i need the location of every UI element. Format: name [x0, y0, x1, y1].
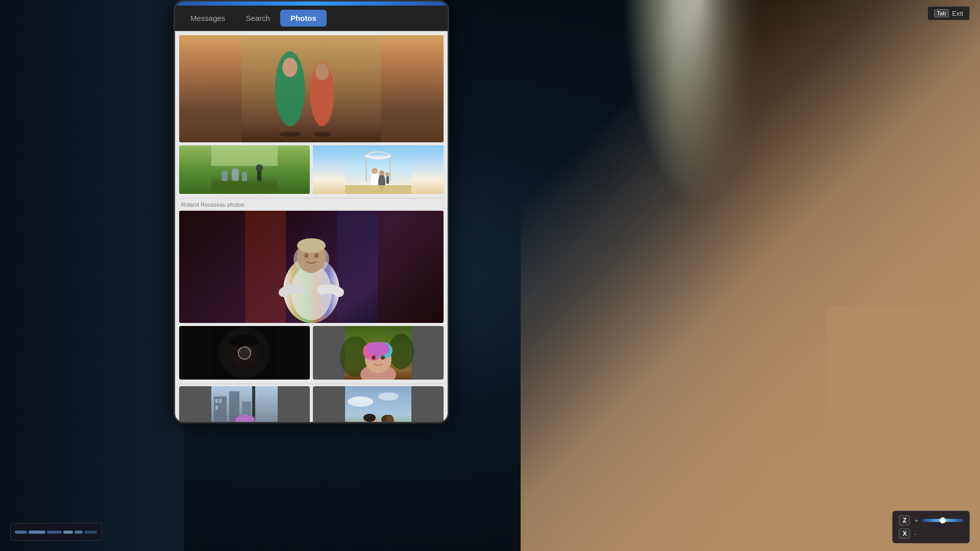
exit-button[interactable]: Tab Exit — [927, 6, 970, 20]
photos-grid-container[interactable]: Roland Rousseau photos — [175, 31, 448, 422]
svg-rect-16 — [365, 156, 367, 181]
svg-point-51 — [381, 356, 385, 360]
svg-rect-27 — [337, 211, 378, 323]
bottom-hud-bar — [10, 523, 102, 541]
photo-two-girls[interactable] — [179, 35, 444, 142]
svg-point-13 — [256, 164, 263, 171]
photo-group-1 — [179, 35, 444, 194]
svg-rect-10 — [232, 168, 239, 181]
svg-point-6 — [313, 132, 331, 137]
hand-overlay — [521, 0, 980, 551]
exit-key: Tab — [934, 9, 949, 17]
photo-dark-face[interactable] — [179, 326, 310, 380]
hud-symbol-plus: + — [914, 517, 918, 524]
svg-point-2 — [282, 58, 297, 77]
svg-point-52 — [366, 359, 373, 363]
svg-point-21 — [379, 170, 384, 176]
photo-row-4 — [179, 326, 444, 380]
exit-label: Exit — [952, 10, 963, 17]
group-label-2: Roland Rousseau photos — [179, 201, 444, 209]
hud-slider-track — [922, 519, 963, 522]
svg-point-53 — [384, 359, 390, 363]
svg-rect-14 — [211, 181, 278, 194]
hud-slider-handle — [940, 517, 946, 523]
room-left-wall — [0, 0, 184, 551]
loading-indicator — [238, 346, 251, 360]
bottom-right-hud: Z + X - — [892, 511, 970, 543]
tab-bar: Messages Search Photos — [175, 6, 448, 31]
group-separator-1 — [179, 198, 444, 198]
photo-city-girl[interactable] — [179, 386, 310, 422]
photo-group-2 — [179, 211, 444, 380]
photo-row-3 — [179, 211, 444, 323]
tablet-device: Messages Search Photos — [174, 0, 449, 423]
svg-point-23 — [385, 172, 389, 177]
svg-rect-9 — [222, 171, 228, 181]
svg-rect-11 — [242, 172, 247, 181]
tab-messages[interactable]: Messages — [180, 10, 235, 27]
hud-slider[interactable] — [922, 519, 963, 522]
svg-rect-58 — [215, 406, 218, 410]
svg-point-73 — [348, 396, 373, 407]
svg-point-5 — [279, 132, 301, 137]
svg-point-19 — [372, 168, 378, 174]
svg-point-32 — [297, 238, 326, 253]
svg-rect-57 — [219, 399, 222, 403]
tab-photos[interactable]: Photos — [280, 10, 327, 27]
photo-graveyard[interactable] — [179, 145, 310, 194]
svg-point-50 — [372, 356, 376, 360]
svg-rect-56 — [215, 399, 218, 403]
svg-point-74 — [378, 392, 399, 400]
photo-two-people-field[interactable] — [313, 386, 444, 422]
svg-rect-26 — [245, 211, 286, 323]
hud-key-x: X — [899, 529, 910, 539]
hud-key-z: Z — [899, 515, 910, 525]
photo-row-5 — [179, 386, 444, 422]
hud-bar-segments — [15, 531, 97, 534]
hud-symbol-minus: - — [914, 530, 916, 538]
photo-hoodie-man[interactable] — [179, 211, 444, 323]
hud-zoom-out-row: X - — [899, 529, 963, 539]
svg-point-4 — [315, 63, 329, 81]
svg-rect-22 — [386, 176, 389, 184]
svg-rect-8 — [211, 145, 278, 166]
svg-point-78 — [363, 414, 376, 422]
photo-row-2 — [179, 145, 444, 194]
svg-rect-17 — [389, 156, 391, 181]
photo-wedding[interactable] — [313, 145, 444, 194]
svg-point-40 — [230, 335, 259, 347]
photo-row-1 — [179, 35, 444, 142]
svg-rect-24 — [345, 185, 411, 194]
hud-zoom-in-row: Z + — [899, 515, 963, 525]
svg-point-49 — [367, 342, 389, 356]
svg-point-34 — [314, 253, 318, 258]
svg-point-33 — [304, 253, 308, 258]
tab-search[interactable]: Search — [235, 10, 280, 27]
tablet-top-accent — [175, 2, 448, 6]
photo-colorhair-girl[interactable] — [313, 326, 444, 380]
svg-rect-12 — [257, 170, 261, 181]
group-separator-2 — [179, 384, 444, 384]
photo-group-3 — [179, 386, 444, 422]
